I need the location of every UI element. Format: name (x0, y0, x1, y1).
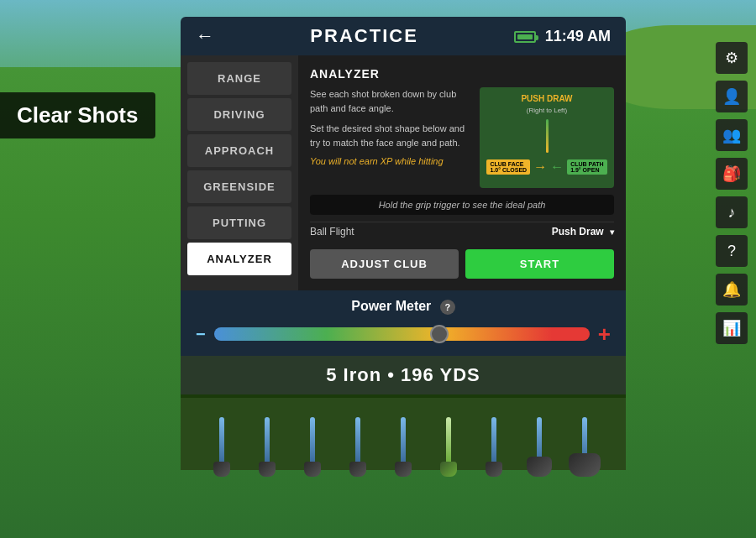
club-shaft-8 (537, 417, 542, 463)
grip-trigger-text: Hold the grip trigger to see the ideal p… (310, 195, 614, 215)
club-item-8[interactable] (519, 405, 559, 463)
club-item-2[interactable] (247, 405, 287, 463)
shot-type-label: PUSH DRAW (486, 94, 607, 103)
analyzer-desc-1: See each shot broken down by club path a… (310, 87, 471, 115)
clear-shots-button[interactable]: Clear Shots (0, 92, 155, 138)
left-nav: RANGE DRIVING APPROACH GREENSIDE PUTTING… (181, 55, 298, 290)
club-item-6-selected[interactable] (428, 405, 469, 463)
club-shaft-2 (265, 417, 270, 463)
sidebar-bell-icon[interactable]: 🔔 (716, 274, 748, 306)
club-head-3 (304, 462, 321, 477)
club-shaft-4 (355, 417, 360, 463)
club-item-5[interactable] (383, 405, 423, 463)
analyzer-title: ANALYZER (310, 67, 614, 81)
club-rack (181, 394, 626, 470)
sidebar-group-icon[interactable]: 👥 (716, 119, 748, 151)
club-head-8 (527, 457, 552, 477)
ball-flight-dropdown[interactable]: Push Draw ▾ (552, 226, 614, 238)
arrow-left-icon: ← (550, 159, 564, 175)
back-button[interactable]: ← (196, 25, 214, 47)
analyzer-text: See each shot broken down by club path a… (310, 87, 471, 188)
club-head-2 (259, 462, 276, 477)
header-title: PRACTICE (310, 25, 417, 47)
sidebar-help-icon[interactable]: ? (716, 235, 748, 267)
power-meter-help-icon[interactable]: ? (440, 300, 455, 315)
sidebar-chart-icon[interactable]: 📊 (716, 312, 748, 344)
club-shaft-6 (446, 417, 451, 463)
action-buttons: ADJUST CLUB START (310, 249, 614, 279)
main-panel: ← PRACTICE 11:49 AM RANGE DRIVING APPROA… (181, 17, 626, 470)
power-slider-row: − + (196, 321, 611, 347)
power-meter-title: Power Meter ? (196, 299, 611, 315)
shot-type-sub: (Right to Left) (486, 107, 607, 114)
power-plus-button[interactable]: + (598, 321, 611, 347)
adjust-club-button[interactable]: ADJUST CLUB (310, 249, 459, 279)
club-shaft-9 (582, 417, 587, 463)
nav-approach[interactable]: APPROACH (187, 134, 291, 167)
nav-putting[interactable]: PUTTING (187, 206, 291, 239)
shot-arrows: CLUB FACE1.0° CLOSED → ← CLUB PATH1.9° O… (486, 159, 607, 175)
right-sidebar: ⚙ 👤 👥 🎒 ♪ ? 🔔 📊 (716, 42, 748, 344)
club-item-9[interactable] (564, 405, 605, 463)
nav-range[interactable]: RANGE (187, 62, 291, 95)
club-path-tag: CLUB PATH1.9° OPEN (567, 159, 606, 175)
club-face-tag: CLUB FACE1.0° CLOSED (486, 159, 530, 175)
battery-icon (514, 31, 536, 43)
club-info-text: 5 Iron • 196 YDS (326, 364, 480, 385)
analyzer-desc-2: Set the desired shot shape below and try… (310, 122, 471, 149)
club-shaft-5 (401, 417, 406, 463)
club-item-7[interactable] (474, 405, 514, 463)
shot-diagram: PUSH DRAW (Right to Left) CLUB FACE1.0° … (480, 87, 614, 188)
sidebar-settings-icon[interactable]: ⚙ (716, 42, 748, 74)
club-item-4[interactable] (338, 405, 378, 463)
club-head-9 (569, 453, 601, 477)
header-time-area: 11:49 AM (514, 28, 611, 45)
start-button[interactable]: START (465, 249, 614, 279)
nav-greenside[interactable]: GREENSIDE (187, 170, 291, 203)
header-time: 11:49 AM (545, 28, 611, 44)
ball-flight-value-text: Push Draw (552, 226, 604, 238)
club-shaft-3 (310, 417, 315, 463)
club-head-1 (213, 462, 230, 477)
sidebar-music-icon[interactable]: ♪ (716, 196, 748, 228)
club-head-4 (349, 462, 366, 477)
club-head-7 (486, 462, 502, 477)
club-item-3[interactable] (292, 405, 333, 463)
power-minus-button[interactable]: − (196, 325, 206, 344)
nav-analyzer[interactable]: ANALYZER (187, 243, 291, 275)
analyzer-body: See each shot broken down by club path a… (310, 87, 614, 188)
power-handle[interactable] (430, 325, 449, 343)
analyzer-panel: ANALYZER See each shot broken down by cl… (298, 55, 626, 290)
nav-driving[interactable]: DRIVING (187, 98, 291, 131)
club-item-1[interactable] (202, 405, 242, 463)
club-head-5 (395, 462, 412, 477)
club-info-bar: 5 Iron • 196 YDS (181, 356, 626, 394)
club-head-6 (440, 462, 457, 477)
content-area: RANGE DRIVING APPROACH GREENSIDE PUTTING… (181, 55, 626, 290)
shot-line (546, 119, 549, 153)
header-bar: ← PRACTICE 11:49 AM (181, 17, 626, 55)
sidebar-person-icon[interactable]: 👤 (716, 81, 748, 112)
arrow-right-icon: → (533, 159, 547, 175)
ball-flight-label: Ball Flight (310, 226, 354, 238)
power-meter-section: Power Meter ? − + (181, 290, 626, 356)
club-shaft-7 (491, 417, 496, 463)
power-bar[interactable] (214, 327, 590, 341)
club-shaft-1 (219, 417, 224, 463)
ball-flight-row: Ball Flight Push Draw ▾ (310, 222, 614, 241)
sidebar-bag-icon[interactable]: 🎒 (716, 158, 748, 190)
dropdown-arrow-icon: ▾ (610, 227, 614, 237)
xp-warning: You will not earn XP while hitting (310, 156, 471, 166)
